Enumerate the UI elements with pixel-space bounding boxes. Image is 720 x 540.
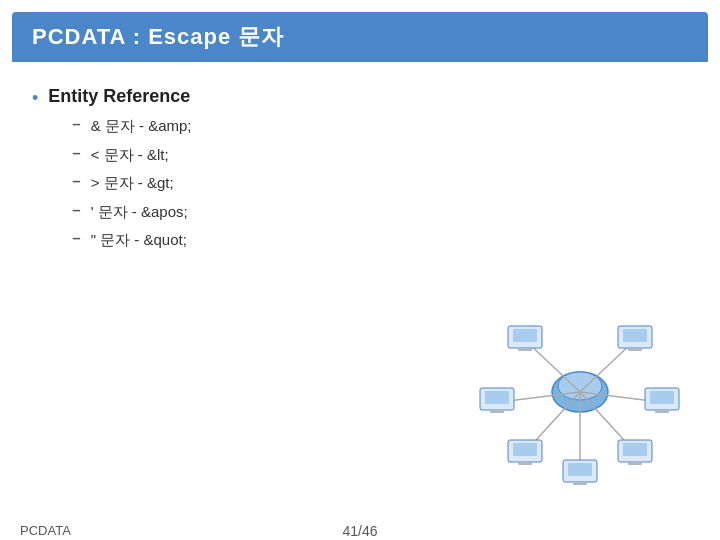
slide-container: PCDATA : Escape 문자 • Entity Reference – … (0, 12, 720, 540)
footer: PCDATA 41/46 (20, 523, 700, 538)
dash-icon-3: – (72, 172, 80, 189)
svg-rect-20 (655, 410, 669, 413)
svg-rect-25 (623, 443, 647, 456)
dash-icon-4: – (72, 201, 80, 218)
dash-icon-5: – (72, 229, 80, 246)
sub-list: – & 문자 - &amp; – < 문자 - &lt; – > 문자 - &g… (72, 115, 191, 252)
svg-rect-13 (623, 329, 647, 342)
section-title: Entity Reference (48, 86, 190, 106)
list-item-quot: – " 문자 - &quot; (72, 229, 191, 252)
list-item-lt: – < 문자 - &lt; (72, 144, 191, 167)
sub-text-apos: ' 문자 - &apos; (91, 201, 188, 224)
svg-rect-17 (490, 410, 504, 413)
svg-rect-16 (485, 391, 509, 404)
footer-page-info: 41/46 (342, 523, 377, 539)
svg-rect-23 (518, 462, 532, 465)
svg-rect-28 (568, 463, 592, 476)
list-item-gt: – > 문자 - &gt; (72, 172, 191, 195)
dash-icon-1: – (72, 115, 80, 132)
svg-rect-10 (513, 329, 537, 342)
sub-text-quot: " 문자 - &quot; (91, 229, 187, 252)
header-title: PCDATA : Escape 문자 (32, 24, 284, 49)
sub-text-amp: & 문자 - &amp; (91, 115, 192, 138)
dash-icon-2: – (72, 144, 80, 161)
content-area: • Entity Reference – & 문자 - &amp; – < 문자… (0, 62, 720, 290)
network-diagram (470, 292, 690, 492)
svg-rect-22 (513, 443, 537, 456)
svg-rect-11 (518, 348, 532, 351)
header-bar: PCDATA : Escape 문자 (12, 12, 708, 62)
svg-rect-14 (628, 348, 642, 351)
sub-text-gt: > 문자 - &gt; (91, 172, 174, 195)
svg-rect-29 (573, 482, 587, 485)
svg-rect-26 (628, 462, 642, 465)
svg-rect-19 (650, 391, 674, 404)
network-svg (470, 292, 690, 492)
sub-text-lt: < 문자 - &lt; (91, 144, 169, 167)
bullet-item-entity: • Entity Reference – & 문자 - &amp; – < 문자… (32, 86, 688, 258)
list-item-apos: – ' 문자 - &apos; (72, 201, 191, 224)
footer-left-label: PCDATA (20, 523, 71, 538)
list-item-amp: – & 문자 - &amp; (72, 115, 191, 138)
bullet-dot: • (32, 88, 38, 109)
